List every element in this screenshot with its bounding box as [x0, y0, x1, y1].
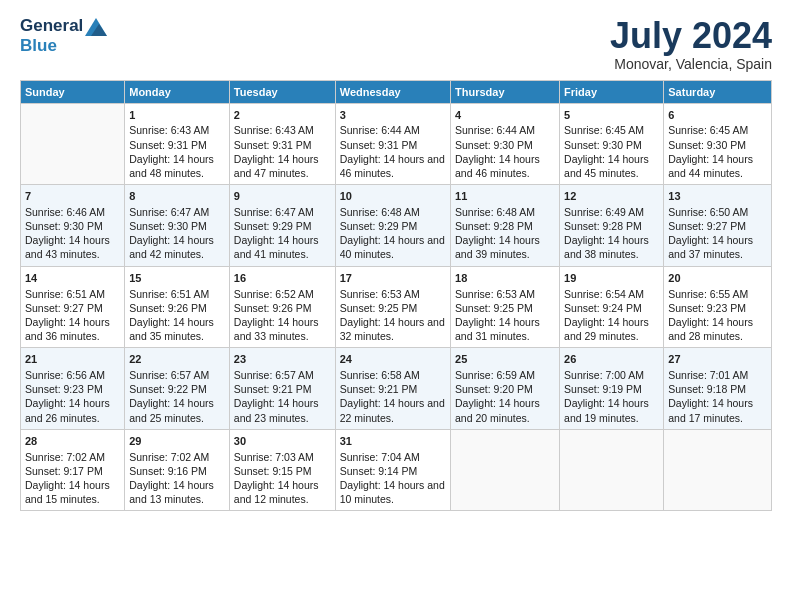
sunset-text: Sunset: 9:22 PM [129, 383, 207, 395]
day-number: 5 [564, 108, 659, 123]
sunset-text: Sunset: 9:24 PM [564, 302, 642, 314]
logo-icon [85, 18, 107, 36]
calendar-table: SundayMondayTuesdayWednesdayThursdayFrid… [20, 80, 772, 512]
sunset-text: Sunset: 9:21 PM [234, 383, 312, 395]
daylight-text: Daylight: 14 hours and 45 minutes. [564, 153, 649, 179]
sunrise-text: Sunrise: 7:02 AM [25, 451, 105, 463]
day-number: 29 [129, 434, 225, 449]
day-number: 16 [234, 271, 331, 286]
sunrise-text: Sunrise: 6:43 AM [234, 124, 314, 136]
sunrise-text: Sunrise: 6:47 AM [234, 206, 314, 218]
sunrise-text: Sunrise: 6:51 AM [25, 288, 105, 300]
day-number: 11 [455, 189, 555, 204]
day-number: 7 [25, 189, 120, 204]
title-block: July 2024 Monovar, Valencia, Spain [610, 16, 772, 72]
week-row-4: 28Sunrise: 7:02 AMSunset: 9:17 PMDayligh… [21, 429, 772, 511]
week-row-2: 14Sunrise: 6:51 AMSunset: 9:27 PMDayligh… [21, 266, 772, 348]
day-number: 31 [340, 434, 446, 449]
sunset-text: Sunset: 9:19 PM [564, 383, 642, 395]
sunrise-text: Sunrise: 7:01 AM [668, 369, 748, 381]
day-cell: 18Sunrise: 6:53 AMSunset: 9:25 PMDayligh… [451, 266, 560, 348]
col-header-thursday: Thursday [451, 80, 560, 103]
day-number: 13 [668, 189, 767, 204]
sunset-text: Sunset: 9:30 PM [668, 139, 746, 151]
daylight-text: Daylight: 14 hours and 38 minutes. [564, 234, 649, 260]
day-number: 14 [25, 271, 120, 286]
daylight-text: Daylight: 14 hours and 20 minutes. [455, 397, 540, 423]
day-number: 18 [455, 271, 555, 286]
sunrise-text: Sunrise: 6:54 AM [564, 288, 644, 300]
sunrise-text: Sunrise: 6:45 AM [564, 124, 644, 136]
day-number: 27 [668, 352, 767, 367]
sunset-text: Sunset: 9:31 PM [340, 139, 418, 151]
daylight-text: Daylight: 14 hours and 10 minutes. [340, 479, 445, 505]
day-cell: 19Sunrise: 6:54 AMSunset: 9:24 PMDayligh… [560, 266, 664, 348]
subtitle: Monovar, Valencia, Spain [610, 56, 772, 72]
day-cell [664, 429, 772, 511]
sunset-text: Sunset: 9:26 PM [234, 302, 312, 314]
sunrise-text: Sunrise: 6:52 AM [234, 288, 314, 300]
sunrise-text: Sunrise: 6:57 AM [234, 369, 314, 381]
logo: General Blue [20, 16, 107, 55]
sunset-text: Sunset: 9:29 PM [234, 220, 312, 232]
daylight-text: Daylight: 14 hours and 32 minutes. [340, 316, 445, 342]
week-row-1: 7Sunrise: 6:46 AMSunset: 9:30 PMDaylight… [21, 185, 772, 267]
day-number: 21 [25, 352, 120, 367]
sunset-text: Sunset: 9:23 PM [25, 383, 103, 395]
day-cell: 6Sunrise: 6:45 AMSunset: 9:30 PMDaylight… [664, 103, 772, 185]
sunset-text: Sunset: 9:30 PM [564, 139, 642, 151]
day-cell: 1Sunrise: 6:43 AMSunset: 9:31 PMDaylight… [125, 103, 230, 185]
day-cell: 25Sunrise: 6:59 AMSunset: 9:20 PMDayligh… [451, 348, 560, 430]
day-cell: 16Sunrise: 6:52 AMSunset: 9:26 PMDayligh… [229, 266, 335, 348]
sunset-text: Sunset: 9:28 PM [455, 220, 533, 232]
day-cell: 3Sunrise: 6:44 AMSunset: 9:31 PMDaylight… [335, 103, 450, 185]
day-cell: 29Sunrise: 7:02 AMSunset: 9:16 PMDayligh… [125, 429, 230, 511]
sunset-text: Sunset: 9:23 PM [668, 302, 746, 314]
daylight-text: Daylight: 14 hours and 48 minutes. [129, 153, 214, 179]
day-number: 20 [668, 271, 767, 286]
daylight-text: Daylight: 14 hours and 47 minutes. [234, 153, 319, 179]
daylight-text: Daylight: 14 hours and 29 minutes. [564, 316, 649, 342]
daylight-text: Daylight: 14 hours and 12 minutes. [234, 479, 319, 505]
col-header-saturday: Saturday [664, 80, 772, 103]
sunset-text: Sunset: 9:18 PM [668, 383, 746, 395]
sunrise-text: Sunrise: 6:58 AM [340, 369, 420, 381]
day-cell: 8Sunrise: 6:47 AMSunset: 9:30 PMDaylight… [125, 185, 230, 267]
logo-blue: Blue [20, 36, 107, 56]
sunset-text: Sunset: 9:15 PM [234, 465, 312, 477]
sunset-text: Sunset: 9:30 PM [129, 220, 207, 232]
day-cell: 5Sunrise: 6:45 AMSunset: 9:30 PMDaylight… [560, 103, 664, 185]
daylight-text: Daylight: 14 hours and 26 minutes. [25, 397, 110, 423]
day-cell: 10Sunrise: 6:48 AMSunset: 9:29 PMDayligh… [335, 185, 450, 267]
sunrise-text: Sunrise: 6:59 AM [455, 369, 535, 381]
sunset-text: Sunset: 9:20 PM [455, 383, 533, 395]
day-number: 15 [129, 271, 225, 286]
header-row: SundayMondayTuesdayWednesdayThursdayFrid… [21, 80, 772, 103]
day-cell: 4Sunrise: 6:44 AMSunset: 9:30 PMDaylight… [451, 103, 560, 185]
day-number: 30 [234, 434, 331, 449]
daylight-text: Daylight: 14 hours and 39 minutes. [455, 234, 540, 260]
day-cell: 24Sunrise: 6:58 AMSunset: 9:21 PMDayligh… [335, 348, 450, 430]
sunset-text: Sunset: 9:29 PM [340, 220, 418, 232]
day-cell [451, 429, 560, 511]
page: General Blue July 2024 Monovar, Valencia… [0, 0, 792, 612]
day-cell: 31Sunrise: 7:04 AMSunset: 9:14 PMDayligh… [335, 429, 450, 511]
daylight-text: Daylight: 14 hours and 35 minutes. [129, 316, 214, 342]
sunrise-text: Sunrise: 6:47 AM [129, 206, 209, 218]
sunset-text: Sunset: 9:21 PM [340, 383, 418, 395]
day-number: 12 [564, 189, 659, 204]
main-title: July 2024 [610, 16, 772, 56]
sunrise-text: Sunrise: 6:43 AM [129, 124, 209, 136]
sunset-text: Sunset: 9:30 PM [25, 220, 103, 232]
sunset-text: Sunset: 9:25 PM [455, 302, 533, 314]
day-cell: 2Sunrise: 6:43 AMSunset: 9:31 PMDaylight… [229, 103, 335, 185]
daylight-text: Daylight: 14 hours and 37 minutes. [668, 234, 753, 260]
header: General Blue July 2024 Monovar, Valencia… [20, 16, 772, 72]
day-cell: 28Sunrise: 7:02 AMSunset: 9:17 PMDayligh… [21, 429, 125, 511]
week-row-0: 1Sunrise: 6:43 AMSunset: 9:31 PMDaylight… [21, 103, 772, 185]
day-number: 23 [234, 352, 331, 367]
sunset-text: Sunset: 9:17 PM [25, 465, 103, 477]
day-number: 6 [668, 108, 767, 123]
day-number: 25 [455, 352, 555, 367]
sunrise-text: Sunrise: 6:57 AM [129, 369, 209, 381]
